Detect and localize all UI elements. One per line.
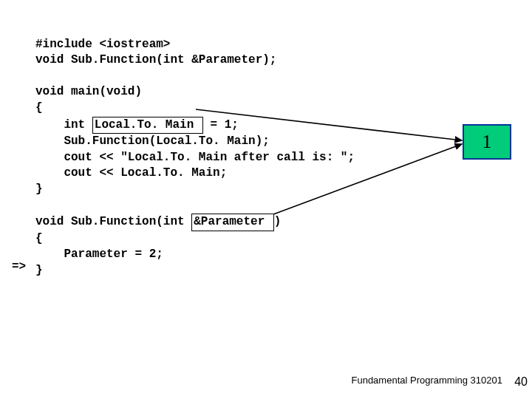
code-line: void Sub.Function(int &Parameter);	[35, 53, 276, 66]
code-line-part: void Sub.Function(int	[35, 215, 191, 228]
code-line-part: int	[35, 118, 92, 132]
code-block: #include <iostream> void Sub.Function(in…	[35, 21, 355, 279]
code-line: {	[35, 232, 43, 245]
code-line: {	[35, 101, 43, 115]
code-line: cout << Local.To. Main;	[35, 166, 227, 180]
code-line: }	[35, 264, 43, 277]
footer-text: Fundamental Programming 310201	[351, 375, 502, 386]
code-line: Parameter = 2;	[35, 248, 163, 261]
value-box: 1	[463, 124, 511, 160]
code-line-part: )	[274, 215, 282, 228]
code-line: }	[35, 183, 43, 196]
code-line: Sub.Function(Local.To. Main);	[35, 134, 270, 148]
page-number: 40	[514, 375, 528, 389]
code-line-part: = 1;	[210, 118, 238, 132]
code-line: cout << "Local.To. Main after call is: "…	[35, 151, 355, 164]
value-box-text: 1	[482, 131, 492, 153]
code-line: #include <iostream>	[35, 38, 170, 51]
highlighted-var-param: &Parameter	[191, 214, 274, 231]
code-line: void main(void)	[35, 85, 142, 98]
execution-pointer: =>	[12, 260, 26, 273]
highlighted-var-local: Local.To. Main	[92, 117, 203, 134]
